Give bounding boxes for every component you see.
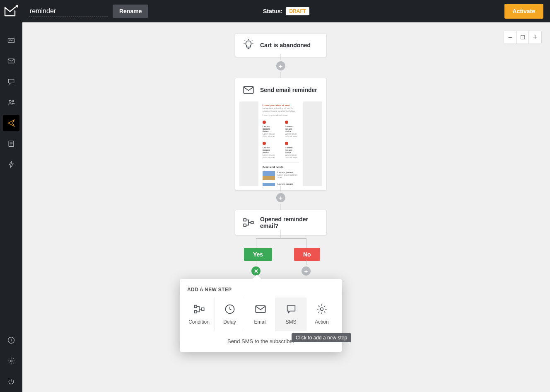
step-option-action[interactable]: Action (306, 298, 337, 331)
zoom-fit-button[interactable] (516, 31, 529, 44)
step-option-label: Email (254, 319, 266, 325)
branch-no-button[interactable]: No (294, 248, 320, 261)
svg-rect-8 (244, 219, 246, 221)
nav-help[interactable] (3, 332, 19, 348)
tooltip: Click to add a new step (292, 333, 351, 342)
header: Rename Status: DRAFT Activate (22, 0, 550, 22)
nav-automation[interactable] (3, 115, 19, 131)
nav-templates[interactable] (3, 136, 19, 152)
connector (306, 238, 306, 248)
rename-button[interactable]: Rename (113, 5, 148, 18)
status-wrap: Status: DRAFT (263, 7, 309, 15)
zoom-controls: − + (504, 31, 542, 44)
svg-rect-11 (194, 305, 197, 308)
svg-point-6 (10, 360, 12, 362)
node-email-title: Send email reminder (260, 87, 317, 93)
email-preview: Lorem ipsum dolor sit amet consectetur a… (239, 102, 322, 186)
svg-point-2 (9, 100, 11, 102)
svg-rect-1 (8, 59, 14, 63)
status-badge: DRAFT (286, 7, 309, 15)
step-option-delay[interactable]: Delay (215, 298, 245, 331)
node-condition-title: Opened reminder email? (260, 216, 319, 229)
branch-icon (243, 217, 254, 228)
step-option-email[interactable]: Email (245, 298, 276, 331)
connector (256, 238, 306, 239)
nav-power[interactable] (3, 373, 19, 390)
lightbulb-icon (243, 39, 254, 51)
svg-point-16 (321, 308, 323, 311)
step-option-label: Condition (188, 319, 210, 325)
step-option-sms[interactable]: SMS (276, 298, 306, 331)
connector (281, 230, 281, 239)
popover-title: ADD A NEW STEP (184, 287, 338, 293)
envelope-icon (243, 84, 254, 96)
add-step-button[interactable]: + (276, 193, 285, 202)
svg-rect-7 (244, 87, 253, 93)
nav-triggers[interactable] (3, 156, 19, 173)
nav-dashboard[interactable] (3, 32, 19, 48)
connector (256, 238, 256, 248)
branch-yes-button[interactable]: Yes (244, 248, 272, 261)
status-label: Status: (263, 8, 282, 15)
svg-rect-9 (244, 224, 246, 227)
nav-chat[interactable] (3, 73, 19, 90)
square-icon (521, 35, 525, 39)
nav-settings[interactable] (3, 353, 19, 369)
add-step-button[interactable]: + (302, 266, 311, 276)
sidebar (0, 0, 22, 392)
svg-rect-15 (256, 306, 265, 312)
canvas[interactable]: − + Cart is abandoned + Send email remin… (22, 22, 550, 392)
zoom-in-button[interactable]: + (529, 31, 541, 44)
step-option-label: SMS (285, 319, 296, 325)
zoom-out-button[interactable]: − (504, 31, 516, 44)
node-trigger-title: Cart is abandoned (260, 42, 311, 48)
activate-button[interactable]: Activate (504, 4, 543, 19)
nav-mail[interactable] (3, 53, 19, 69)
app-logo (4, 5, 18, 17)
svg-rect-10 (251, 221, 253, 224)
workflow-title-input[interactable] (29, 6, 108, 17)
step-option-label: Delay (223, 319, 236, 325)
step-option-label: Action (315, 319, 328, 325)
step-option-condition[interactable]: Condition (184, 298, 215, 331)
nav-contacts[interactable] (3, 94, 19, 111)
svg-rect-13 (201, 308, 204, 310)
node-email[interactable]: Send email reminder Lorem ipsum dolor si… (235, 78, 327, 191)
add-step-button[interactable]: + (276, 61, 285, 70)
svg-rect-12 (194, 311, 197, 313)
svg-point-3 (12, 100, 14, 102)
close-add-step-button[interactable]: ✕ (251, 266, 261, 276)
